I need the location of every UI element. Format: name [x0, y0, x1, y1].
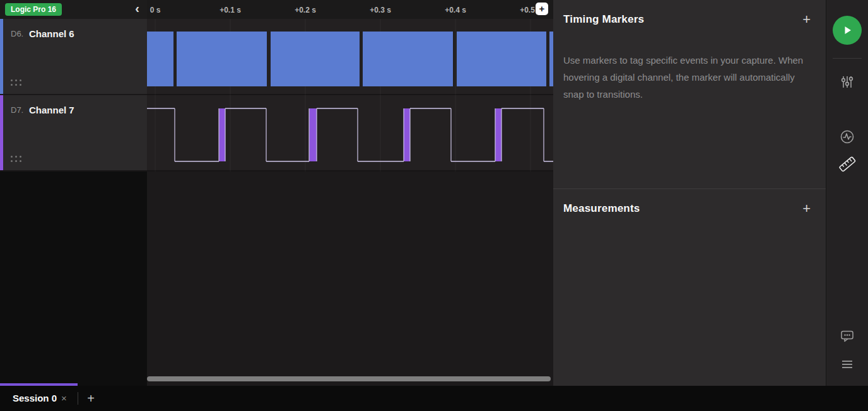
waveform-svg [147, 19, 553, 95]
scrollbar-thumb[interactable] [147, 376, 551, 381]
annotations-button[interactable] [835, 323, 860, 349]
channel-color-strip [0, 95, 3, 170]
timeline-tick-label: +0.2 s [295, 6, 316, 14]
measurements-button[interactable] [835, 151, 860, 177]
collapse-panel-icon[interactable]: ‹ [135, 1, 139, 16]
channel-id: D6. [11, 29, 23, 38]
channel-panel-header: Logic Pro 16 ‹ [0, 0, 147, 19]
capture-settings-button[interactable] [835, 69, 860, 95]
measurements-section: Measurements + [553, 189, 826, 216]
channel-panel-empty-area [0, 171, 147, 386]
channel-row: D6. Channel 6 [0, 19, 553, 95]
device-badge[interactable]: Logic Pro 16 [5, 3, 62, 16]
channel-id: D7. [11, 105, 23, 115]
timeline-tick-label: +0.4 s [445, 6, 466, 14]
channel-name: Channel 7 [29, 105, 74, 115]
drag-handle-icon[interactable] [11, 79, 24, 88]
drag-handle-icon[interactable] [11, 156, 24, 165]
close-tab-icon[interactable]: × [61, 393, 67, 403]
session-tab[interactable]: Session 0 × [0, 386, 78, 411]
session-tab-label: Session 0 [13, 393, 57, 403]
channel-waveform[interactable] [147, 95, 553, 171]
capture-area: Logic Pro 16 ‹ 0 s+0.1 s+0.2 s+0.3 s+0.4… [0, 0, 553, 386]
annotations-panel: Timing Markers + Use markers to tag spec… [553, 0, 826, 386]
app-window: Logic Pro 16 ‹ 0 s+0.1 s+0.2 s+0.3 s+0.4… [0, 0, 868, 411]
timeline-add-button[interactable]: + [536, 3, 548, 15]
timing-markers-description: Use markers to tag specific events in yo… [563, 52, 811, 103]
play-button[interactable] [833, 16, 862, 45]
analyzers-button[interactable] [835, 124, 860, 149]
analyzers-icon [839, 129, 855, 145]
waveform-svg [147, 95, 553, 171]
channel-waveform[interactable] [147, 19, 553, 95]
session-tab-bar: Session 0 × + [0, 386, 868, 411]
add-measurement-button[interactable]: + [802, 202, 811, 216]
channel-row: D7. Channel 7 [0, 95, 553, 171]
timeline-tick-label: +0.3 s [370, 6, 391, 14]
timing-markers-title: Timing Markers [563, 13, 644, 26]
measurements-title: Measurements [563, 202, 640, 215]
tab-bar-divider [78, 392, 78, 405]
add-timing-marker-button[interactable]: + [802, 13, 811, 26]
sessions-list-icon [840, 357, 855, 372]
toolbar-divider [833, 58, 862, 59]
channel-label-panel[interactable]: D7. Channel 7 [0, 95, 147, 171]
timeline-tick-label: +0.1 s [220, 6, 241, 14]
timeline-tick-label: 0 s [150, 6, 161, 14]
measurements-ruler-icon [837, 154, 857, 174]
timing-markers-section: Timing Markers + Use markers to tag spec… [553, 0, 826, 189]
sessions-list-button[interactable] [835, 352, 860, 377]
add-session-button[interactable]: + [83, 391, 98, 406]
channel-color-strip [0, 19, 3, 94]
timeline-ruler[interactable]: 0 s+0.1 s+0.2 s+0.3 s+0.4 s+0.5 s [147, 0, 553, 19]
play-icon [842, 25, 853, 36]
right-toolbar [826, 0, 868, 386]
channel-name: Channel 6 [29, 28, 74, 39]
active-tab-indicator [0, 383, 78, 386]
channel-label-panel[interactable]: D6. Channel 6 [0, 19, 147, 95]
capture-settings-icon [840, 74, 855, 90]
annotations-icon [840, 328, 855, 344]
horizontal-scrollbar[interactable] [147, 376, 553, 382]
